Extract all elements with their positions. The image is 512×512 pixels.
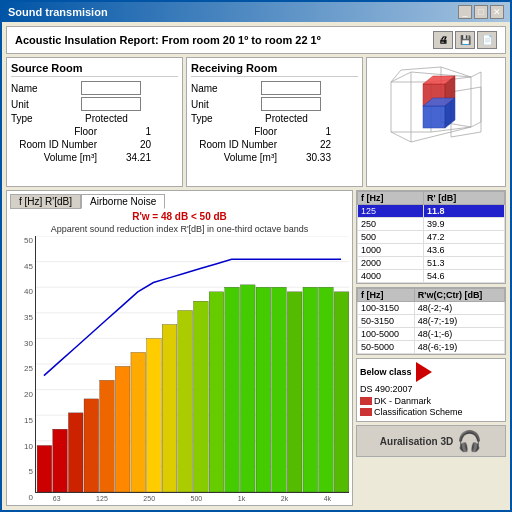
maximize-button[interactable]: □	[474, 5, 488, 19]
header-icons: 🖨 💾 📄	[433, 31, 497, 49]
print-icon[interactable]: 🖨	[433, 31, 453, 49]
receiving-floor-label: Floor	[191, 126, 281, 137]
freq-cell: 250	[358, 218, 424, 231]
x-axis: 63 125 250 500 1k 2k 4k	[35, 493, 349, 502]
svg-line-20	[451, 87, 481, 92]
svg-rect-50	[178, 310, 193, 492]
receiving-volume-label: Volume [m³]	[191, 152, 281, 163]
receiving-room-title: Receiving Room	[191, 62, 358, 77]
receiving-roomid-label: Room ID Number	[191, 139, 281, 150]
chart-rw-title: R'w = 48 dB < 50 dB	[10, 211, 349, 222]
svg-rect-58	[303, 287, 318, 492]
receiving-unit-input[interactable]	[261, 97, 321, 111]
dk-label: DK - Danmark	[374, 396, 431, 406]
chart-subtitle: Apparent sound reduction index R'[dB] in…	[10, 224, 349, 234]
freq3-cell: 50-3150	[358, 315, 415, 328]
source-roomid-row: Room ID Number 20	[11, 139, 178, 150]
svg-rect-45	[100, 380, 115, 492]
svg-line-9	[391, 132, 411, 142]
receiving-type-label: Type	[191, 113, 261, 124]
svg-rect-27	[423, 106, 445, 128]
source-volume-row: Volume [m³] 34.21	[11, 152, 178, 163]
cs-row: Classification Scheme	[360, 407, 502, 417]
auralization-panel[interactable]: Auralisation 3D 🎧	[356, 425, 506, 457]
val3-cell: 48(-2;-4)	[414, 302, 504, 315]
source-type-field: Type Protected	[11, 113, 178, 124]
headphones-icon: 🎧	[457, 429, 482, 453]
freq-cell: 125	[358, 205, 424, 218]
save-icon[interactable]: 💾	[455, 31, 475, 49]
val3-cell: 48(-1;-6)	[414, 328, 504, 341]
building-svg	[371, 62, 501, 182]
source-roomid-value: 20	[101, 139, 151, 150]
close-button[interactable]: ✕	[490, 5, 504, 19]
svg-rect-48	[147, 338, 162, 492]
freq-cell: 500	[358, 231, 424, 244]
chart-with-xaxis: 63 125 250 500 1k 2k 4k	[35, 236, 349, 502]
svg-rect-60	[334, 292, 349, 492]
chart-area: 50 45 40 35 30 25 20 15 10 5 0	[10, 236, 349, 502]
freq-cell: 1000	[358, 244, 424, 257]
cs-label: Classification Scheme	[374, 407, 463, 417]
right-panel: f [Hz] R' [dB] 12511.825039.950047.21000…	[356, 190, 506, 506]
window-title: Sound transmision	[8, 6, 108, 18]
freq3-cell: 100-3150	[358, 302, 415, 315]
svg-rect-42	[53, 429, 68, 492]
val3-cell: 48(-7;-19)	[414, 315, 504, 328]
svg-line-13	[401, 67, 441, 70]
receiving-floor-row: Floor 1	[191, 126, 358, 137]
standard-label: DS 490:2007	[360, 384, 502, 394]
receiving-room-panel: Receiving Room Name Unit Type Protected …	[186, 57, 363, 187]
source-volume-value: 34.21	[101, 152, 151, 163]
svg-rect-46	[115, 366, 130, 492]
source-unit-input[interactable]	[81, 97, 141, 111]
report-title: Acoustic Insulation Report: From room 20…	[15, 34, 321, 46]
svg-line-10	[411, 127, 471, 142]
svg-rect-44	[84, 399, 99, 492]
tab-airborne[interactable]: Airborne Noise	[81, 194, 165, 209]
receiving-type-field: Type Protected	[191, 113, 358, 124]
svg-line-22	[451, 132, 481, 137]
freq-table-top: f [Hz] R' [dB] 12511.825039.950047.21000…	[356, 190, 506, 284]
val-cell: 47.2	[424, 231, 505, 244]
source-type-value: Protected	[85, 113, 128, 124]
y-axis: 50 45 40 35 30 25 20 15 10 5 0	[10, 236, 35, 502]
freq-cell: 4000	[358, 270, 424, 283]
export-icon[interactable]: 📄	[477, 31, 497, 49]
receiving-unit-field: Unit	[191, 97, 358, 111]
svg-rect-52	[209, 292, 224, 492]
auralization-label: Auralisation 3D	[380, 436, 453, 447]
source-roomid-label: Room ID Number	[11, 139, 101, 150]
val-col-header: R' [dB]	[424, 192, 505, 205]
receiving-volume-value: 30.33	[281, 152, 331, 163]
source-name-input[interactable]	[81, 81, 141, 95]
tab-freq-table[interactable]: f [Hz] R'[dB]	[10, 194, 81, 209]
svg-rect-55	[256, 287, 271, 492]
val-cell: 51.3	[424, 257, 505, 270]
chart-panel: f [Hz] R'[dB] Airborne Noise R'w = 48 dB…	[6, 190, 353, 506]
svg-rect-53	[225, 287, 240, 492]
receiving-volume-row: Volume [m³] 30.33	[191, 152, 358, 163]
svg-rect-41	[37, 445, 52, 492]
source-room-panel: Source Room Name Unit Type Protected Flo…	[6, 57, 183, 187]
val-cell: 11.8	[424, 205, 505, 218]
svg-line-17	[471, 72, 481, 77]
receiving-name-input[interactable]	[261, 81, 321, 95]
svg-rect-47	[131, 352, 146, 492]
receiving-floor-value: 1	[281, 126, 331, 137]
report-header: Acoustic Insulation Report: From room 20…	[6, 26, 506, 54]
bars-area	[35, 236, 349, 493]
building-3d-view	[366, 57, 506, 187]
minimize-button[interactable]: _	[458, 5, 472, 19]
freq-table-bottom: f [Hz] R'w(C;Ctr) [dB] 100-315048(-2;-4)…	[356, 287, 506, 355]
source-name-label: Name	[11, 83, 81, 94]
below-class-arrow	[416, 362, 432, 382]
rooms-section: Source Room Name Unit Type Protected Flo…	[6, 57, 506, 187]
receiving-name-field: Name	[191, 81, 358, 95]
svg-rect-59	[319, 287, 334, 492]
freq3-cell: 100-5000	[358, 328, 415, 341]
source-floor-label: Floor	[11, 126, 101, 137]
svg-rect-49	[162, 324, 177, 492]
receiving-unit-label: Unit	[191, 99, 261, 110]
val3-col-header: R'w(C;Ctr) [dB]	[414, 289, 504, 302]
